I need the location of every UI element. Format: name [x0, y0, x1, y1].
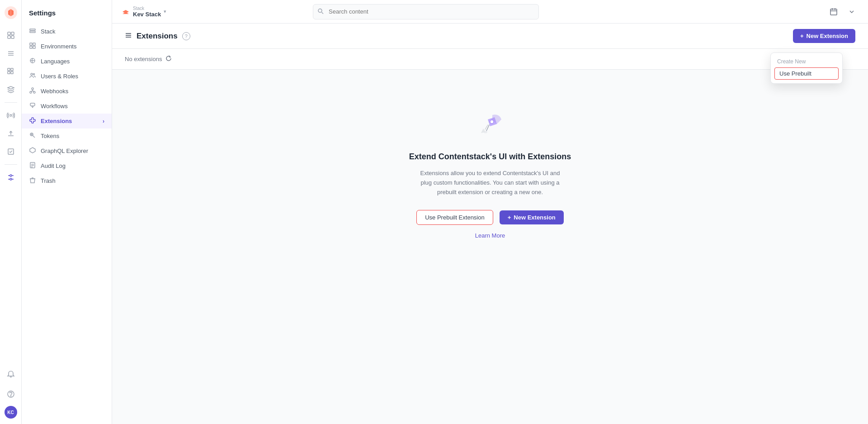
svg-rect-24: [30, 43, 32, 45]
app-name-label: Stack: [133, 6, 161, 11]
svg-rect-10: [8, 71, 10, 74]
sidebar-title: Settings: [22, 9, 112, 24]
sidebar-item-trash[interactable]: Trash: [22, 173, 112, 188]
users-roles-icon: [29, 72, 36, 80]
svg-rect-8: [8, 68, 10, 71]
search-bar: [313, 4, 539, 19]
icon-nav: KC: [0, 0, 22, 424]
new-extension-button[interactable]: + New Extension: [793, 29, 855, 43]
brand-logo[interactable]: [4, 5, 18, 20]
sidebar-item-stack[interactable]: Stack: [22, 24, 112, 39]
nav-icon-broadcast[interactable]: [3, 107, 19, 124]
new-extension-dropdown: Create New Use Prebuilt: [770, 52, 843, 84]
dropdown-arrow-btn[interactable]: [844, 5, 859, 19]
audit-icon: [29, 162, 36, 170]
workspace-dropdown-arrow: ▾: [164, 9, 166, 14]
page-title: Extensions: [137, 32, 178, 41]
environments-icon: [29, 43, 36, 50]
main-wrapper: Stack Kev Stack ▾: [112, 0, 868, 424]
nav-icon-list[interactable]: [3, 45, 19, 62]
nav-icon-tasks[interactable]: [3, 143, 19, 160]
extension-illustration: [472, 106, 508, 142]
page-help-icon[interactable]: ?: [182, 32, 190, 40]
svg-point-32: [32, 88, 33, 90]
topbar: Stack Kev Stack ▾: [112, 0, 868, 24]
sidebar-item-environments[interactable]: Environments: [22, 39, 112, 54]
empty-state: Extend Contentstack's UI with Extensions…: [112, 70, 868, 275]
nav-icon-help[interactable]: [3, 386, 19, 402]
nav-icon-grid[interactable]: [3, 63, 19, 80]
svg-point-34: [31, 134, 32, 135]
svg-point-51: [484, 131, 487, 133]
svg-point-33: [30, 133, 33, 136]
workspace-name: Kev Stack: [133, 11, 161, 18]
workspace-selector[interactable]: Stack Kev Stack ▾: [121, 6, 166, 18]
sidebar-item-tokens[interactable]: Tokens: [22, 129, 112, 143]
page-header: Extensions ? + New Extension Create New …: [112, 24, 868, 49]
graphql-icon: [29, 147, 36, 155]
svg-rect-2: [11, 32, 14, 35]
nav-icon-upload[interactable]: [3, 125, 19, 142]
use-prebuilt-extension-button[interactable]: Use Prebuilt Extension: [416, 210, 493, 225]
icon-nav-bottom: KC: [3, 366, 19, 419]
menu-icon[interactable]: [125, 32, 132, 41]
dropdown-use-prebuilt[interactable]: Use Prebuilt: [774, 67, 839, 80]
svg-rect-26: [30, 46, 32, 48]
languages-icon: [29, 57, 36, 65]
sidebar-item-graphql[interactable]: GraphQL Explorer: [22, 143, 112, 158]
svg-point-28: [31, 73, 33, 75]
sub-header: No extensions: [112, 49, 868, 70]
nav-icon-bell[interactable]: [3, 366, 19, 382]
svg-rect-4: [11, 36, 14, 38]
svg-point-21: [10, 395, 11, 396]
svg-rect-25: [33, 43, 35, 45]
svg-point-30: [30, 91, 32, 93]
search-input[interactable]: [313, 4, 539, 19]
svg-rect-11: [11, 71, 13, 74]
svg-line-42: [322, 12, 324, 14]
svg-point-19: [10, 178, 12, 180]
tokens-icon: [29, 132, 36, 140]
search-icon: [317, 8, 324, 15]
svg-rect-1: [8, 32, 10, 35]
svg-point-31: [33, 91, 35, 93]
nav-icon-layers[interactable]: [3, 81, 19, 98]
nav-icon-dashboard[interactable]: [3, 27, 19, 43]
no-extensions-text: No extensions: [125, 56, 162, 62]
refresh-icon[interactable]: [165, 55, 172, 63]
svg-rect-27: [33, 46, 35, 48]
workflows-icon: [29, 102, 36, 110]
learn-more-link[interactable]: Learn More: [475, 232, 505, 239]
empty-state-heading: Extend Contentstack's UI with Extensions: [409, 151, 571, 162]
new-extension-area: + New Extension Create New Use Prebuilt: [793, 29, 855, 43]
svg-marker-35: [30, 148, 35, 153]
dropdown-create-new-label: Create New: [771, 56, 842, 67]
sidebar-item-audit[interactable]: Audit Log: [22, 158, 112, 173]
svg-point-50: [490, 120, 494, 124]
sidebar-item-extensions[interactable]: Extensions ›: [22, 114, 112, 129]
extensions-icon: [29, 117, 36, 125]
topbar-right: [826, 5, 859, 19]
sidebar-item-users-roles[interactable]: Users & Roles: [22, 69, 112, 84]
sidebar-item-webhooks[interactable]: Webhooks: [22, 84, 112, 99]
sidebar-item-workflows[interactable]: Workflows: [22, 99, 112, 114]
svg-rect-22: [30, 29, 35, 30]
svg-rect-43: [830, 9, 837, 15]
svg-rect-23: [30, 31, 35, 33]
user-avatar[interactable]: KC: [5, 406, 17, 419]
webhooks-icon: [29, 87, 36, 95]
stack-icon: [29, 28, 36, 35]
nav-divider-1: [5, 102, 17, 103]
trash-icon: [29, 177, 36, 185]
sidebar-item-languages[interactable]: Languages: [22, 54, 112, 69]
svg-rect-3: [8, 36, 10, 38]
empty-state-description: Extensions allow you to extend Contentst…: [418, 169, 562, 197]
calendar-icon-btn[interactable]: [826, 5, 841, 19]
new-extension-plus-icon: +: [508, 214, 511, 221]
svg-point-16: [10, 175, 12, 176]
svg-rect-9: [11, 68, 13, 71]
nav-icon-settings[interactable]: [3, 169, 19, 186]
settings-sidebar: Settings Stack Environments: [22, 0, 112, 424]
plus-icon: +: [800, 33, 804, 39]
new-extension-cta-button[interactable]: + New Extension: [500, 210, 564, 224]
